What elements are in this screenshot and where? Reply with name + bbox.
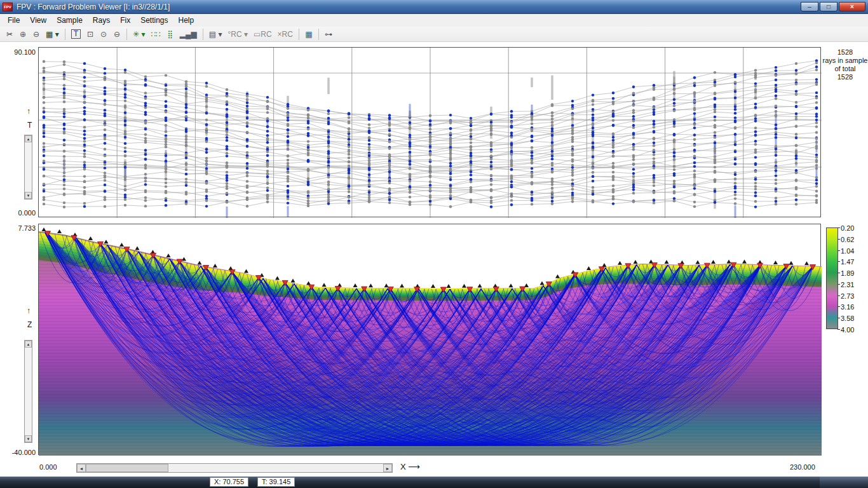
- zoom-help-icon: ⊕: [20, 30, 26, 39]
- menu-help[interactable]: Help: [173, 15, 200, 26]
- t-axis-arrow-icon: ↑: [27, 107, 31, 116]
- zoom-window-icon: ⊡: [87, 30, 93, 39]
- z-axis-scrollbar[interactable]: ▲ ▼: [24, 340, 32, 443]
- rc-box-icon: ▭RC: [254, 30, 272, 39]
- zoom-out-icon: ⊖: [33, 30, 39, 39]
- z-axis-max-label: 7.733: [13, 224, 36, 232]
- menu-bar: FileViewSampleRaysFixSettingsHelp: [0, 14, 868, 27]
- rays-star-dropdown-icon[interactable]: ✳ ▾: [130, 28, 147, 41]
- menu-settings[interactable]: Settings: [135, 15, 173, 26]
- colorbar-label: 4.00: [841, 326, 854, 334]
- z-scroll-up-icon[interactable]: ▲: [25, 341, 32, 348]
- zoom-minus-icon: ⊖: [114, 30, 120, 39]
- rays-count-line: 1528: [822, 73, 868, 81]
- colorbar-label: 1.04: [841, 247, 854, 255]
- table-icon[interactable]: ▦: [302, 28, 315, 41]
- zoom-help-icon[interactable]: ⊕: [17, 28, 29, 41]
- x-scroll-track[interactable]: [86, 464, 383, 472]
- x-scroll-right-icon[interactable]: ►: [383, 464, 392, 472]
- title-bar: FPV FPV : Forward Problem Viewer [I: in3…: [0, 0, 868, 14]
- toolbar-separator: [65, 29, 65, 40]
- text-tool-icon: T: [71, 29, 81, 39]
- select-tool-icon[interactable]: ✂: [3, 28, 16, 41]
- toolbar-separator: [299, 29, 299, 40]
- menu-sample[interactable]: Sample: [51, 15, 88, 26]
- rays-count-info: 1528rays in sampleof total1528: [822, 48, 868, 81]
- colorbar-tick: [837, 261, 840, 262]
- maximize-button[interactable]: □: [820, 2, 837, 11]
- histogram-icon: ▂▄▆: [180, 30, 197, 39]
- rays-star-dropdown-icon: ✳ ▾: [133, 30, 145, 39]
- print-dropdown-icon: ▤ ▾: [209, 30, 222, 39]
- colorbar-tick: [837, 318, 840, 318]
- app-icon: FPV: [3, 3, 13, 11]
- rc-delete-icon: ×RC: [278, 30, 293, 39]
- x-axis-arrow-icon: ⟶: [408, 462, 420, 471]
- menu-rays[interactable]: Rays: [88, 15, 115, 26]
- z-scroll-down-icon[interactable]: ▼: [25, 435, 32, 442]
- colorbar-tick: [837, 227, 840, 228]
- rays-count-line: of total: [822, 65, 868, 73]
- x-scroll-thumb[interactable]: [86, 464, 168, 472]
- select-tool-icon: ✂: [6, 30, 13, 39]
- table-icon: ▦: [305, 30, 312, 39]
- menu-file[interactable]: File: [3, 15, 25, 26]
- key-icon[interactable]: ⊶: [322, 28, 335, 41]
- zoom-dynamic-icon[interactable]: ⊙: [97, 28, 110, 41]
- colorbar-label: 2.31: [841, 281, 854, 288]
- rc-rays-icon: °RC ▾: [227, 30, 248, 39]
- rays-count-line: 1528: [822, 48, 868, 57]
- print-dropdown-icon[interactable]: ▤ ▾: [207, 28, 225, 41]
- t-scroll-up-icon[interactable]: ▲: [25, 135, 32, 142]
- t-scroll-track[interactable]: [25, 142, 32, 192]
- x-axis-label: X ⟶: [400, 462, 420, 471]
- raypath-svg: [39, 224, 822, 456]
- rays-density-icon: ⣿: [167, 30, 173, 39]
- x-scroll-left-icon[interactable]: ◄: [77, 464, 86, 472]
- t-axis-scrollbar[interactable]: ▲ ▼: [24, 135, 32, 200]
- colorbar-tick: [837, 250, 840, 251]
- colorbar-tick: [837, 239, 840, 240]
- text-tool-icon[interactable]: T: [69, 28, 83, 41]
- window-title: FPV : Forward Problem Viewer [I: in3//28…: [17, 3, 170, 11]
- rays-density-icon[interactable]: ⣿: [164, 28, 177, 41]
- minimize-button[interactable]: –: [801, 2, 818, 11]
- colorbar-tick: [837, 329, 840, 330]
- rc-box-icon[interactable]: ▭RC: [251, 28, 275, 41]
- colorbar-label: 1.89: [841, 269, 854, 277]
- raypath-plot[interactable]: [38, 224, 821, 455]
- velocity-colorbar-labels: 0.200.621.041.471.892.312.733.163.584.00: [841, 224, 867, 334]
- menu-view[interactable]: View: [25, 15, 51, 26]
- colorbar-tick: [837, 273, 840, 273]
- zoom-minus-icon[interactable]: ⊖: [111, 28, 123, 41]
- z-axis-arrow-icon: ↑: [27, 306, 31, 315]
- zoom-window-icon[interactable]: ⊡: [84, 28, 97, 41]
- colorbar-label: 3.58: [841, 315, 854, 322]
- x-axis-letter: X: [400, 462, 406, 471]
- rays-count-line: rays in sample: [822, 57, 868, 65]
- velocity-colorbar: [826, 227, 838, 329]
- z-axis-min-label: -40.000: [8, 449, 36, 456]
- z-scroll-track[interactable]: [25, 348, 32, 435]
- colorbar-tick: [837, 306, 840, 307]
- traveltime-plot[interactable]: [38, 47, 821, 217]
- window-controls: – □ ×: [801, 2, 865, 11]
- toolbar-separator: [318, 29, 319, 40]
- menu-fix[interactable]: Fix: [115, 15, 135, 26]
- zoom-out-icon[interactable]: ⊖: [30, 28, 43, 41]
- toolbar-separator: [126, 29, 127, 40]
- rays-dots-icon[interactable]: ∷∷: [148, 28, 163, 41]
- colorbar-label: 0.62: [841, 236, 854, 243]
- rc-delete-icon[interactable]: ×RC: [275, 28, 295, 41]
- toolbar: ✂⊕⊖▦ ▾T⊡⊙⊖✳ ▾∷∷⣿▂▄▆▤ ▾°RC ▾▭RC×RC▦⊶: [0, 27, 868, 42]
- histogram-icon[interactable]: ▂▄▆: [177, 28, 200, 41]
- rc-rays-icon[interactable]: °RC ▾: [225, 28, 250, 41]
- system-tray: [820, 477, 868, 488]
- grid-dropdown-icon: ▦ ▾: [46, 30, 59, 39]
- x-axis-scrollbar[interactable]: ◄ ►: [76, 463, 393, 473]
- colorbar-tick: [837, 295, 840, 296]
- t-scroll-down-icon[interactable]: ▼: [25, 192, 32, 199]
- close-button[interactable]: ×: [839, 2, 865, 11]
- grid-dropdown-icon[interactable]: ▦ ▾: [43, 28, 62, 41]
- traveltime-svg: [39, 48, 822, 218]
